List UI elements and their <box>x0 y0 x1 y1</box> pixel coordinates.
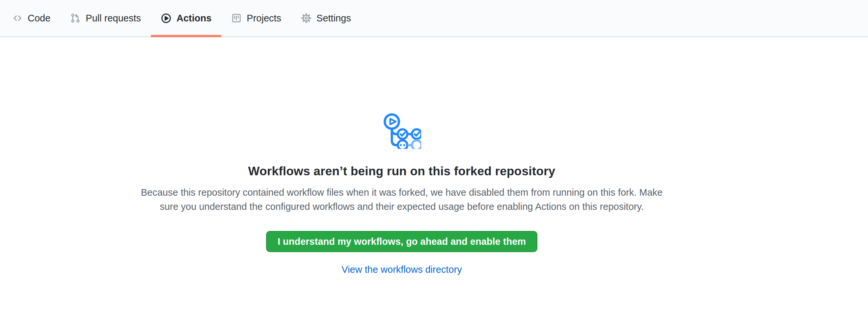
tab-pull-requests[interactable]: Pull requests <box>60 0 151 36</box>
play-circle-icon <box>161 13 172 24</box>
tab-settings-label: Settings <box>316 13 351 24</box>
blankslate-description: Because this repository contained workfl… <box>137 185 667 214</box>
tab-projects-label: Projects <box>247 13 281 24</box>
tab-settings[interactable]: Settings <box>291 0 361 36</box>
gear-icon <box>301 13 311 23</box>
repo-nav: Code Pull requests Actions Proje <box>0 0 868 37</box>
actions-disabled-blankslate: Workflows aren’t being run on this forke… <box>0 37 803 275</box>
tab-code[interactable]: Code <box>2 0 60 36</box>
view-workflows-directory-link[interactable]: View the workflows directory <box>341 264 462 275</box>
tab-actions-label: Actions <box>177 13 211 24</box>
workflow-graph-icon <box>382 112 421 149</box>
code-icon <box>12 13 23 23</box>
blankslate-title: Workflows aren’t being run on this forke… <box>248 164 556 179</box>
project-board-icon <box>231 13 242 23</box>
tab-pull-requests-label: Pull requests <box>86 13 141 24</box>
tab-actions[interactable]: Actions <box>151 0 221 36</box>
enable-workflows-button[interactable]: I understand my workflows, go ahead and … <box>266 231 537 252</box>
git-pull-request-icon <box>70 13 81 23</box>
tab-code-label: Code <box>28 13 51 24</box>
tab-projects[interactable]: Projects <box>221 0 291 36</box>
